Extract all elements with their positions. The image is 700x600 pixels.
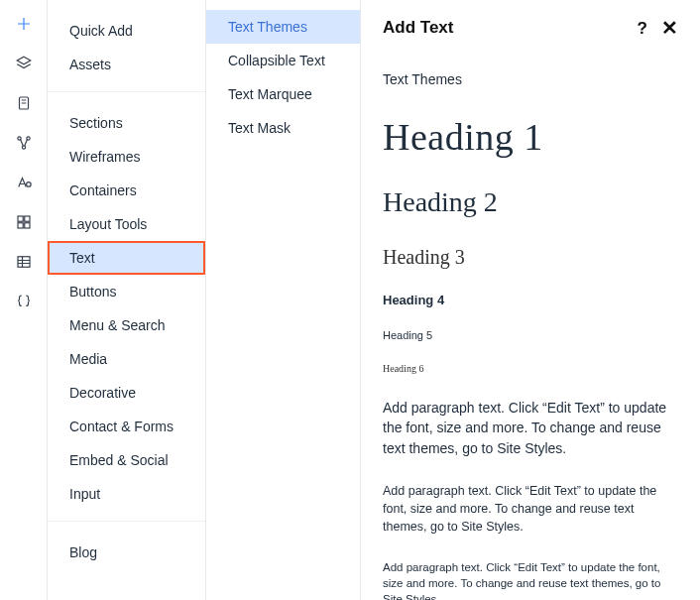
heading-2-preset[interactable]: Heading 2 — [383, 186, 678, 218]
braces-icon[interactable] — [4, 282, 44, 321]
cat-item-decorative[interactable]: Decorative — [48, 376, 205, 410]
cat-item-menu-search[interactable]: Menu & Search — [48, 308, 205, 342]
category-column: Quick Add Assets Sections Wireframes Con… — [48, 0, 206, 600]
cat-item-blog[interactable]: Blog — [48, 536, 205, 569]
heading-6-preset[interactable]: Heading 6 — [383, 363, 678, 374]
sub-item-text-marquee[interactable]: Text Marquee — [206, 77, 360, 111]
heading-1-preset[interactable]: Heading 1 — [383, 115, 678, 159]
heading-4-preset[interactable]: Heading 4 — [383, 293, 678, 307]
panel-header: Add Text ? ✕ — [383, 18, 678, 38]
cat-item-containers[interactable]: Containers — [48, 174, 205, 207]
svg-rect-9 — [18, 257, 30, 268]
cat-item-embed-social[interactable]: Embed & Social — [48, 443, 205, 477]
sub-item-text-themes[interactable]: Text Themes — [206, 10, 360, 44]
type-icon[interactable] — [4, 163, 44, 202]
svg-rect-6 — [24, 216, 29, 221]
paragraph-1-preset[interactable]: Add paragraph text. Click “Edit Text” to… — [383, 398, 678, 458]
section-label: Text Themes — [383, 71, 678, 87]
cat-item-media[interactable]: Media — [48, 342, 205, 376]
cat-item-input[interactable]: Input — [48, 477, 205, 511]
help-icon[interactable]: ? — [638, 20, 647, 37]
sub-item-collapsible-text[interactable]: Collapsible Text — [206, 44, 360, 77]
svg-point-4 — [26, 182, 31, 187]
svg-rect-8 — [24, 223, 29, 228]
cat-item-quick-add[interactable]: Quick Add — [48, 14, 205, 48]
tool-rail — [0, 0, 48, 600]
sub-item-text-mask[interactable]: Text Mask — [206, 111, 360, 145]
cat-item-assets[interactable]: Assets — [48, 48, 205, 81]
cat-item-sections[interactable]: Sections — [48, 106, 205, 140]
panel-title: Add Text — [383, 18, 453, 38]
divider — [48, 521, 205, 522]
svg-rect-5 — [18, 216, 23, 221]
paragraph-3-preset[interactable]: Add paragraph text. Click “Edit Text” to… — [383, 559, 678, 600]
cat-item-wireframes[interactable]: Wireframes — [48, 140, 205, 174]
plus-icon[interactable] — [4, 4, 44, 44]
grid-icon[interactable] — [4, 202, 44, 242]
svg-rect-7 — [18, 223, 23, 228]
table-icon[interactable] — [4, 242, 44, 282]
svg-point-3 — [22, 146, 25, 149]
cat-item-layout-tools[interactable]: Layout Tools — [48, 207, 205, 241]
heading-5-preset[interactable]: Heading 5 — [383, 329, 678, 341]
subcategory-column: Text Themes Collapsible Text Text Marque… — [206, 0, 361, 600]
layers-icon[interactable] — [4, 44, 44, 83]
cat-item-text[interactable]: Text — [48, 241, 205, 275]
page-icon[interactable] — [4, 83, 44, 123]
paragraph-2-preset[interactable]: Add paragraph text. Click “Edit Text” to… — [383, 482, 678, 536]
nodes-icon[interactable] — [4, 123, 44, 163]
divider — [48, 91, 205, 92]
cat-item-buttons[interactable]: Buttons — [48, 275, 205, 308]
close-icon[interactable]: ✕ — [661, 18, 678, 38]
cat-item-contact-forms[interactable]: Contact & Forms — [48, 410, 205, 443]
add-text-panel: Add Text ? ✕ Text Themes Heading 1 Headi… — [361, 0, 700, 600]
heading-3-preset[interactable]: Heading 3 — [383, 246, 678, 269]
